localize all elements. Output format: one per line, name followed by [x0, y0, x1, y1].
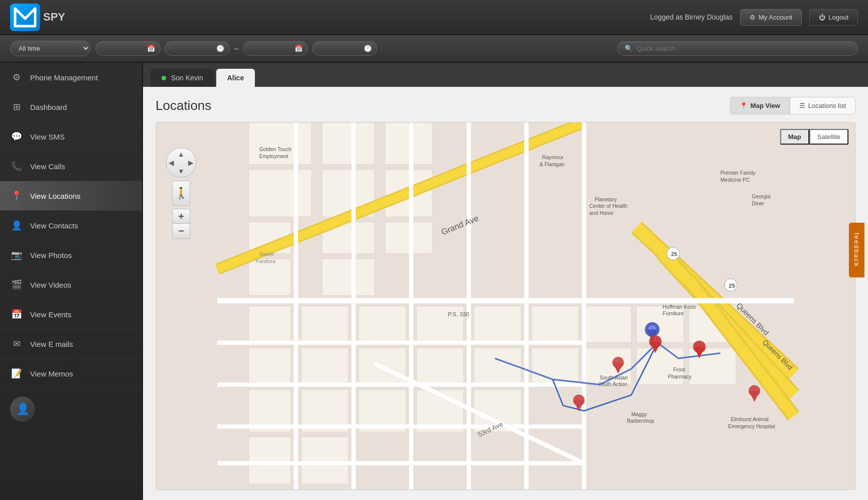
svg-text:Planetary: Planetary [595, 197, 617, 202]
svg-text:& Flanigan: & Flanigan [539, 162, 564, 167]
date-separator: – [234, 43, 239, 54]
svg-rect-16 [249, 437, 291, 484]
feedback-tab[interactable]: feedback [849, 223, 864, 278]
logout-button[interactable]: ⏻ Logout [809, 9, 858, 26]
map-type-map-button[interactable]: Map [780, 129, 809, 145]
sidebar-item-view-photos[interactable]: 📷 View Photos [0, 240, 142, 270]
emails-icon: ✉ [10, 337, 23, 350]
svg-text:Diner: Diner [752, 201, 764, 206]
svg-text:Barbershop: Barbershop [627, 418, 654, 424]
nav-down-arrow[interactable]: ▼ [178, 167, 185, 175]
svg-rect-17 [301, 306, 348, 343]
svg-text:Georgia: Georgia [752, 194, 770, 199]
map-type-toggle: Map Satellite [780, 129, 849, 145]
sidebar-label-dashboard: Dashboard [30, 103, 67, 111]
zoom-out-button[interactable]: − [172, 224, 190, 239]
svg-text:Pandora: Pandora [255, 259, 275, 264]
sidebar-item-view-sms[interactable]: 💬 View SMS [0, 122, 142, 152]
svg-text:Center of Health: Center of Health [590, 203, 628, 209]
svg-rect-6 [322, 122, 374, 165]
page-content: Locations 📍 Map View ☰ Locations list [143, 87, 868, 500]
map-type-satellite-button[interactable]: Satellite [809, 129, 848, 145]
svg-rect-3 [249, 170, 312, 217]
sidebar-item-view-events[interactable]: 📅 View Events [0, 300, 142, 329]
clock-icon-2: 🕐 [364, 45, 372, 52]
zoom-in-button[interactable]: + [172, 209, 190, 224]
page-header: Locations 📍 Map View ☰ Locations list [156, 97, 855, 114]
sidebar-item-view-emails[interactable]: ✉ View E mails [0, 329, 142, 359]
tab-son-kevin[interactable]: Son Kevin [151, 69, 214, 87]
svg-rect-30 [532, 306, 579, 343]
svg-rect-12 [385, 222, 432, 254]
logo-text: SPY [43, 11, 65, 24]
svg-text:Maggy: Maggy [631, 412, 647, 417]
quick-search-box[interactable]: 🔍 [617, 41, 858, 56]
svg-text:Huffman Koos: Huffman Koos [663, 304, 696, 310]
clock-icon: 🕐 [216, 45, 224, 52]
sidebar-item-phone-management[interactable]: ⚙ Phone Management [0, 63, 142, 92]
svg-text:Frost: Frost [673, 367, 685, 372]
sidebar-label-locations: View Locations [30, 192, 81, 200]
sidebar-item-view-contacts[interactable]: 👤 View Contacts [0, 211, 142, 240]
memos-icon: 📝 [10, 367, 23, 380]
svg-text:Youth Action: Youth Action [598, 382, 627, 387]
svg-rect-32 [584, 306, 631, 343]
tabs-bar: Son Kevin Alice [143, 63, 868, 87]
svg-rect-28 [474, 348, 521, 385]
date-from-input[interactable]: 📅 [95, 41, 161, 56]
sidebar-item-dashboard[interactable]: ⊞ Dashboard [0, 92, 142, 122]
header-right: Logged as Birney Douglas ⚙ My Account ⏻ … [650, 9, 858, 26]
map-container[interactable]: Grand Ave Queens Blvd Queens Blvd 53rd A… [156, 122, 855, 490]
sidebar: ⚙ Phone Management ⊞ Dashboard 💬 View SM… [0, 63, 143, 500]
view-toggle: 📍 Map View ☰ Locations list [730, 97, 855, 114]
page-title: Locations [156, 98, 211, 113]
svg-rect-27 [474, 306, 521, 343]
calendar-icon-2: 📅 [295, 45, 303, 52]
sidebar-item-view-locations[interactable]: 📍 View Locations [0, 181, 142, 211]
svg-text:Golden Touch: Golden Touch [259, 147, 292, 152]
dashboard-icon: ⊞ [10, 100, 23, 113]
logged-as-text: Logged as Birney Douglas [650, 13, 733, 21]
svg-rect-13 [249, 306, 291, 343]
sidebar-label-photos: View Photos [30, 251, 72, 260]
events-icon: 📅 [10, 308, 23, 321]
locations-list-button[interactable]: ☰ Locations list [790, 97, 855, 114]
map-controls: ▲ ▼ ◀ ▶ 🚶 + − [166, 148, 196, 239]
gear-icon: ⚙ [10, 71, 23, 84]
time-to-input[interactable]: 🕐 [312, 41, 377, 56]
sidebar-label-emails: View E mails [30, 340, 73, 348]
sidebar-label-phone-management: Phone Management [30, 73, 98, 82]
date-to-input[interactable]: 📅 [243, 41, 308, 56]
svg-text:Raymour: Raymour [542, 155, 564, 160]
time-from-input[interactable]: 🕐 [165, 41, 230, 56]
sidebar-item-bottom[interactable]: 👤 [0, 389, 142, 430]
search-input[interactable] [637, 45, 850, 52]
svg-rect-5 [249, 259, 291, 296]
person-icon: 🚶 [175, 187, 188, 200]
header: SPY Logged as Birney Douglas ⚙ My Accoun… [0, 0, 868, 35]
contacts-icon: 👤 [10, 219, 23, 232]
map-view-button[interactable]: 📍 Map View [730, 97, 790, 114]
sms-icon: 💬 [10, 130, 23, 143]
my-account-button[interactable]: ⚙ My Account [740, 9, 802, 26]
tab-alice[interactable]: Alice [216, 69, 255, 87]
search-icon: 🔍 [625, 45, 633, 52]
svg-rect-10 [385, 122, 432, 165]
calls-icon: 📞 [10, 160, 23, 173]
gear-icon: ⚙ [750, 14, 756, 21]
svg-rect-18 [301, 348, 348, 385]
locations-icon: 📍 [10, 189, 23, 202]
sidebar-item-view-memos[interactable]: 📝 View Memos [0, 359, 142, 389]
nav-right-arrow[interactable]: ▶ [188, 159, 194, 167]
logo: SPY [10, 4, 65, 31]
sidebar-item-view-videos[interactable]: 🎬 View Videos [0, 270, 142, 300]
logo-icon [10, 4, 40, 31]
nav-left-arrow[interactable]: ◀ [169, 159, 174, 167]
street-view-button[interactable]: 🚶 [172, 181, 190, 206]
time-filter-select[interactable]: All time [10, 41, 90, 56]
nav-up-arrow[interactable]: ▲ [178, 150, 185, 158]
calendar-icon: 📅 [147, 45, 155, 52]
sidebar-label-videos: View Videos [30, 281, 71, 289]
sidebar-item-view-calls[interactable]: 📞 View Calls [0, 152, 142, 181]
map-navigation-circle[interactable]: ▲ ▼ ◀ ▶ [166, 148, 196, 178]
